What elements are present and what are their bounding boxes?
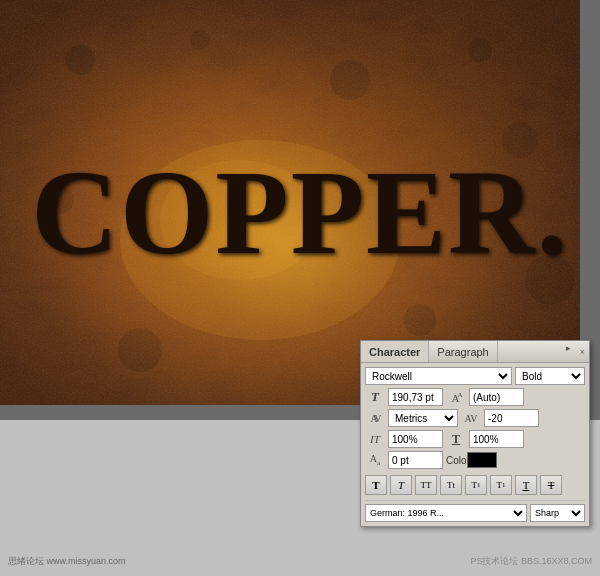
kerning-icon: AV [365,413,385,424]
style-underline-button[interactable]: T [515,475,537,495]
svg-point-2 [190,30,210,50]
svg-point-4 [468,38,492,62]
scale-row: IT T [365,430,585,448]
font-size-icon: T [365,389,385,405]
kerning-tracking-row: AV Metrics AV [365,409,585,427]
svg-point-3 [330,60,370,100]
kerning-select[interactable]: Metrics [388,409,458,427]
tracking-input[interactable] [484,409,539,427]
svg-point-8 [404,304,436,336]
horizontal-scale-icon: T [446,432,466,447]
language-select[interactable]: German: 1996 R... [365,504,527,522]
tab-character[interactable]: Character [361,341,429,362]
font-row: Rockwell Bold [365,367,585,385]
panel-close-button[interactable]: × [580,347,585,357]
color-label: Color: [446,455,464,466]
vertical-scale-input[interactable] [388,430,443,448]
watermark-left: 思绪论坛 www.missyuan.com [8,555,126,568]
leading-icon: AA [446,391,466,404]
baseline-color-row: Aa Color: [365,451,585,469]
style-bold-button[interactable]: T [365,475,387,495]
font-size-input[interactable] [388,388,443,406]
font-name-select[interactable]: Rockwell [365,367,512,385]
antialias-select[interactable]: Sharp [530,504,585,522]
language-antialias-row: German: 1996 R... Sharp [365,500,585,522]
style-subscript-button[interactable]: T1 [490,475,512,495]
style-strikethrough-button[interactable]: T [540,475,562,495]
vertical-scale-icon: IT [365,433,385,445]
character-panel: Character Paragraph ▸ × Rockwell Bold T … [360,340,590,527]
style-allcaps-button[interactable]: TT [415,475,437,495]
panel-collapse-icon[interactable]: ▸ [566,343,571,353]
style-buttons-row: T T TT Tt T1 T1 T T [365,472,585,498]
svg-point-1 [65,45,95,75]
size-leading-row: T AA [365,388,585,406]
baseline-shift-input[interactable] [388,451,443,469]
style-italic-button[interactable]: T [390,475,412,495]
color-swatch[interactable] [467,452,497,468]
font-style-select[interactable]: Bold [515,367,585,385]
horizontal-scale-input[interactable] [469,430,524,448]
baseline-shift-icon: Aa [365,453,385,467]
tracking-icon: AV [461,413,481,424]
leading-input[interactable] [469,388,524,406]
panel-header: Character Paragraph ▸ × [361,341,589,363]
copper-title-text: COPPER. [31,144,568,282]
style-smallcaps-button[interactable]: Tt [440,475,462,495]
style-superscript-button[interactable]: T1 [465,475,487,495]
svg-point-7 [118,328,162,372]
tab-paragraph[interactable]: Paragraph [429,341,497,362]
watermark-right: PS技术论坛 BBS.16XX8.COM [470,555,592,568]
panel-body: Rockwell Bold T AA AV Metrics AV IT T [361,363,589,526]
